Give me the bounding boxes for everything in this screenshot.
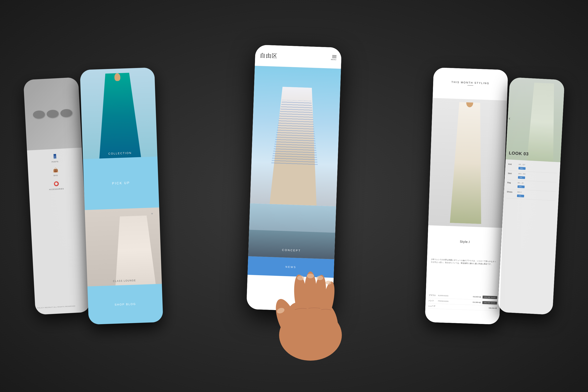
product-table: ブラウス BLWMHA0009 ¥18,900+税 ONLINE SHOP パン… [425,292,500,324]
phones-wrapper: 👖 PANTS 👜 BAG ⭕ ACCESSORIES POLICY RECRU… [20,20,568,372]
pickup-section[interactable]: PICK UP [83,156,159,210]
phone1-sidebar: 👖 PANTS 👜 BAG ⭕ ACCESSORIES POLICY RECRU… [27,148,90,315]
phone1-top [23,77,82,150]
model-head-collection [114,73,120,81]
styling-title: THIS MONTH STYLING [452,80,490,85]
product-type-skirt: Skirt [508,172,517,175]
accessories-label: ACCESSORIES [49,188,64,190]
product-code-skirt: SKV... 531 [518,173,557,176]
model-collection [88,72,150,159]
stone-2 [46,110,58,118]
screen-5: ‹ LOOK 03 Knit KR... 527 ONL... Skirt [498,77,565,315]
style-name: Style.I [460,240,470,244]
desc-text: 少年トレンドの大胆な刺繍とボリューム袖のブラウスは、シルキーで滑らかなタッチが大… [431,258,498,266]
screen-3: 自由区 MENU [246,45,342,312]
chevron-left-icon[interactable]: ‹ [508,116,510,121]
phone-4: THIS MONTH STYLING Style.I 少年トレンドの大胆な刺繍と… [425,68,508,324]
ocean-horizon [248,230,335,259]
product-type-shoes: Shoes [507,190,516,193]
screen-2: COLLECTION PICK UP ✦ CLASS LOUNGE SHOP B… [80,68,163,324]
product-type-1: ブラウス [429,294,436,297]
product-type-3: シューズ [428,305,436,308]
product-price-2: ¥14,900+税 [467,301,481,304]
collection-bg: COLLECTION [80,68,158,159]
concept-label: CONCEPT [282,248,301,252]
product-detail-bag: BO... 20 ONL... [518,182,556,190]
phone-1: 👖 PANTS 👜 BAG ⭕ ACCESSORIES POLICY RECRU… [23,77,90,315]
model-stripes [265,99,326,167]
product-code-3 [438,306,482,308]
model-photo [428,98,507,228]
sidebar-item-accessories[interactable]: ⭕ ACCESSORIES [48,180,64,190]
stone-3 [60,109,72,117]
product-detail-shoes: SE2 2 ONL... [517,191,556,199]
model-head-4 [466,98,473,108]
product-detail-skirt: SKV... 531 ONL... [518,173,557,180]
ocean-section: CONCEPT [248,203,336,259]
brand-logo[interactable]: 自由区 [260,52,278,60]
product-detail-knit: KR... 527 ONL... [518,164,557,171]
menu-button[interactable]: MENU [331,55,336,60]
look-header: ‹ LOOK 03 [506,77,565,162]
product-code-bag: BO... 20 [518,182,556,186]
menu-line-top [332,55,336,56]
menu-line-mid [332,56,336,57]
model-class [111,215,158,286]
style-info: Style.I [427,225,502,258]
shopblog-section[interactable]: SHOP BLOG [88,284,163,324]
online-shop-btn-2[interactable]: ONLINE SHOP [482,301,497,304]
news-section[interactable]: NEWS [248,256,334,278]
screen-4: THIS MONTH STYLING Style.I 少年トレンドの大胆な刺繍と… [425,68,508,324]
product-code-knit: KR... 527 [518,164,557,167]
product-code-1: BLWMHA0009 [438,294,466,297]
phone-5: ‹ LOOK 03 Knit KR... 527 ONL... Skirt [498,77,565,315]
shopblog-label: SHOP BLOG [114,302,136,306]
model-figure-4 [440,102,496,224]
bag-icon: 👜 [52,166,58,174]
product-code-shoes: SE2 2 [517,191,556,195]
product-type-2: パンツ [428,300,436,302]
footer-links: POLICY RECRUIT ALL RIGHTS RESERVED [37,305,76,309]
product-code-2: PRWMHA0006 [438,300,466,303]
sidebar-item-pants[interactable]: 👖 PANTS [51,153,58,163]
sidebar-item-bag[interactable]: 👜 BAG [52,166,59,176]
phone-2: COLLECTION PICK UP ✦ CLASS LOUNGE SHOP B… [80,68,163,324]
phone3-header: 自由区 MENU [255,45,342,69]
product-price-1: ¥18,900+税 [467,295,481,298]
class-section[interactable]: ✦ CLASS LOUNGE [85,207,162,286]
product-price-3: ¥36,000+税 [483,307,497,309]
menu-line-bot [332,58,336,58]
styling-divider [468,85,473,86]
svg-point-0 [279,310,342,361]
product-type-bag: Bag [507,182,516,184]
description: 少年トレンドの大胆な刺繍とボリューム袖のブラウスは、シルキーで滑らかなタッチが大… [426,256,502,294]
styling-header: THIS MONTH STYLING [432,68,508,100]
class-icon: ✦ [150,212,154,216]
bag-label: BAG [54,174,58,176]
stone-1 [33,110,45,119]
online-shop-btn-1[interactable]: ONLINE SHOP [482,296,497,299]
hero-section [250,66,341,206]
main-scene: 👖 PANTS 👜 BAG ⭕ ACCESSORIES POLICY RECRU… [0,0,588,392]
menu-text: MENU [331,58,336,60]
product-type-knit: Knit [508,163,517,166]
phone-3: 自由区 MENU [246,45,342,312]
stones-background [23,77,82,150]
pants-label: PANTS [52,160,58,163]
look-number: LOOK 03 [509,150,529,156]
product-list: Knit KR... 527 ONL... Skirt SKV... 531 O… [498,159,560,315]
hero-model [256,73,334,206]
news-label: NEWS [286,266,296,269]
online-btn-shoes[interactable]: ONL... [517,194,524,197]
pants-icon: 👖 [52,153,58,160]
model-figure-5 [524,82,560,162]
online-btn-skirt[interactable]: ONL... [518,176,525,179]
collection-section[interactable]: COLLECTION [80,68,158,159]
pickup-label: PICK UP [112,181,130,185]
online-btn-knit[interactable]: ONL... [518,167,526,170]
screen-1: 👖 PANTS 👜 BAG ⭕ ACCESSORIES POLICY RECRU… [23,77,90,315]
online-btn-bag[interactable]: ONL... [518,185,525,188]
accessories-icon: ⭕ [53,180,60,188]
